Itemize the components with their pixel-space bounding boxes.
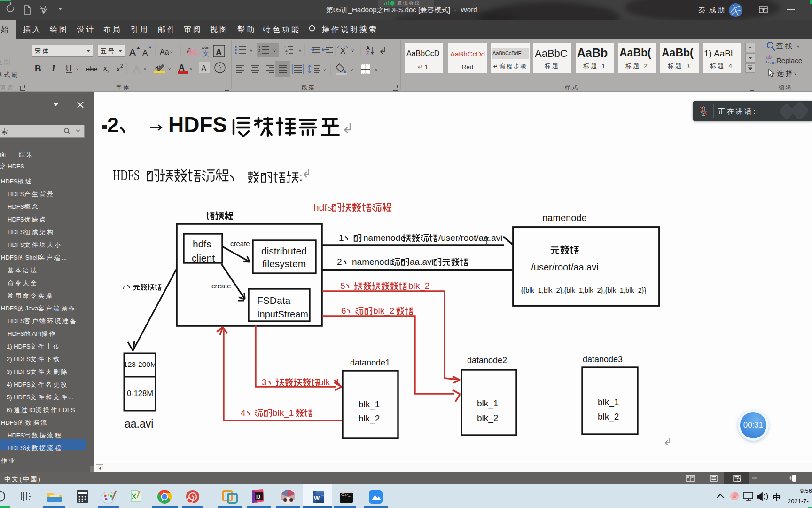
svg-text:1: 1 — [339, 233, 344, 243]
svg-text:{{blk_1,blk_2},{blk_1,blk_2},{: {{blk_1,blk_2},{blk_1,blk_2},{blk_1,blk_… — [521, 286, 647, 294]
svg-text:aa.avi: aa.avi — [125, 418, 153, 430]
svg-text:128-200M: 128-200M — [124, 360, 156, 368]
svg-text:blk_1: blk_1 — [477, 398, 498, 409]
svg-text:filesystem: filesystem — [262, 258, 306, 269]
svg-text:blk_2: blk_2 — [408, 281, 429, 291]
svg-text:hdfs: hdfs — [193, 238, 211, 249]
svg-text:0-128M: 0-128M — [127, 389, 153, 397]
svg-text:datanode3: datanode3 — [583, 355, 623, 364]
svg-text:blk_2: blk_2 — [373, 306, 394, 316]
svg-text:hdfs: hdfs — [313, 202, 332, 213]
svg-text:4: 4 — [241, 408, 246, 418]
svg-text:namenode: namenode — [352, 257, 394, 267]
svg-text:3: 3 — [262, 377, 267, 387]
svg-text:6: 6 — [341, 306, 346, 316]
svg-text:2: 2 — [337, 257, 342, 267]
svg-text:W: W — [314, 494, 320, 501]
svg-text:datanode2: datanode2 — [467, 356, 507, 365]
svg-text:create: create — [211, 282, 231, 290]
svg-text:datanode1: datanode1 — [350, 358, 390, 367]
svg-text:client: client — [192, 253, 215, 263]
svg-text:IJ: IJ — [256, 494, 260, 500]
svg-text:namenode: namenode — [363, 233, 406, 243]
svg-text:blk_1: blk_1 — [598, 397, 619, 407]
svg-text:blk_1: blk_1 — [359, 399, 380, 410]
svg-text::: : — [299, 170, 303, 183]
svg-text:distributed: distributed — [261, 246, 307, 256]
svg-text:blk_1: blk_1 — [273, 408, 294, 418]
svg-text:aa.avi: aa.avi — [410, 257, 434, 267]
svg-text:create: create — [230, 239, 250, 247]
svg-text:/user/root/aa.avi: /user/root/aa.avi — [438, 233, 502, 243]
svg-text:blk_2: blk_2 — [359, 413, 380, 424]
svg-text:中: 中 — [773, 493, 783, 502]
svg-text:namenode: namenode — [542, 213, 587, 223]
svg-text:blk_2: blk_2 — [477, 413, 498, 423]
svg-text:InputStream: InputStream — [257, 309, 308, 319]
svg-text:blk_2: blk_2 — [598, 412, 619, 422]
svg-text:C:\>_: C:\>_ — [341, 492, 351, 497]
svg-text:blk_1: blk_1 — [319, 377, 340, 388]
svg-text:/user/root/aa.avi: /user/root/aa.avi — [531, 262, 598, 272]
svg-text:FSData: FSData — [257, 295, 291, 306]
svg-text:5: 5 — [340, 281, 345, 291]
svg-text:7: 7 — [122, 283, 125, 291]
